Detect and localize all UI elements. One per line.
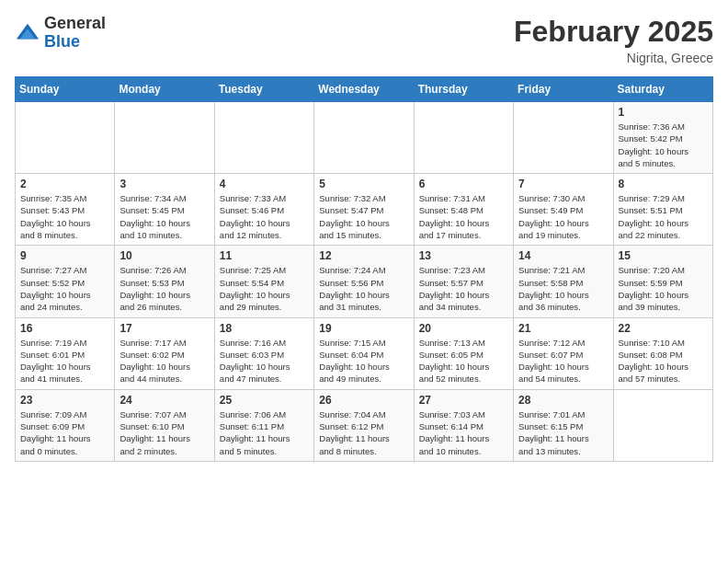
day-info: Sunrise: 7:29 AM Sunset: 5:51 PM Dayligh… — [619, 192, 708, 241]
day-number: 3 — [119, 178, 209, 190]
day-info: Sunrise: 7:19 AM Sunset: 6:01 PM Dayligh… — [20, 337, 109, 385]
day-info: Sunrise: 7:30 AM Sunset: 5:49 PM Dayligh… — [518, 192, 608, 241]
day-number: 1 — [619, 106, 708, 119]
day-number: 12 — [319, 249, 408, 262]
logo-icon — [15, 20, 40, 46]
calendar-cell: 10Sunrise: 7:26 AM Sunset: 5:53 PM Dayli… — [115, 246, 214, 317]
day-info: Sunrise: 7:12 AM Sunset: 6:07 PM Dayligh… — [518, 337, 608, 385]
day-info: Sunrise: 7:21 AM Sunset: 5:58 PM Dayligh… — [518, 264, 608, 313]
calendar-header-sunday: Sunday — [16, 77, 115, 102]
day-info: Sunrise: 7:27 AM Sunset: 5:52 PM Dayligh… — [20, 264, 109, 313]
calendar-cell: 27Sunrise: 7:03 AM Sunset: 6:14 PM Dayli… — [414, 389, 513, 461]
calendar-cell: 14Sunrise: 7:21 AM Sunset: 5:58 PM Dayli… — [514, 246, 613, 317]
calendar-week-4: 16Sunrise: 7:19 AM Sunset: 6:01 PM Dayli… — [16, 317, 713, 389]
day-number: 15 — [619, 249, 708, 262]
day-info: Sunrise: 7:36 AM Sunset: 5:42 PM Dayligh… — [619, 121, 708, 169]
calendar-cell: 20Sunrise: 7:13 AM Sunset: 6:05 PM Dayli… — [414, 317, 513, 389]
day-number: 22 — [619, 322, 708, 335]
day-info: Sunrise: 7:16 AM Sunset: 6:03 PM Dayligh… — [220, 337, 309, 385]
day-info: Sunrise: 7:35 AM Sunset: 5:43 PM Dayligh… — [20, 192, 109, 241]
month-year: February 2025 — [514, 15, 713, 49]
calendar-cell: 4Sunrise: 7:33 AM Sunset: 5:46 PM Daylig… — [214, 174, 313, 246]
calendar-cell: 16Sunrise: 7:19 AM Sunset: 6:01 PM Dayli… — [16, 317, 115, 389]
day-number: 17 — [119, 322, 209, 335]
logo-general: General — [44, 14, 106, 32]
location: Nigrita, Greece — [514, 51, 713, 65]
day-number: 7 — [518, 178, 608, 190]
day-info: Sunrise: 7:23 AM Sunset: 5:57 PM Dayligh… — [419, 264, 508, 313]
calendar-cell: 28Sunrise: 7:01 AM Sunset: 6:15 PM Dayli… — [514, 389, 613, 461]
day-number: 14 — [518, 249, 608, 262]
day-info: Sunrise: 7:25 AM Sunset: 5:54 PM Dayligh… — [220, 264, 309, 313]
day-number: 26 — [319, 394, 408, 407]
day-number: 2 — [20, 178, 109, 190]
day-info: Sunrise: 7:33 AM Sunset: 5:46 PM Dayligh… — [220, 192, 309, 241]
day-info: Sunrise: 7:13 AM Sunset: 6:05 PM Dayligh… — [419, 337, 508, 385]
day-info: Sunrise: 7:06 AM Sunset: 6:11 PM Dayligh… — [220, 408, 309, 457]
calendar-cell — [514, 102, 613, 174]
day-number: 9 — [20, 249, 109, 262]
day-info: Sunrise: 7:01 AM Sunset: 6:15 PM Dayligh… — [518, 408, 608, 457]
day-number: 11 — [220, 249, 309, 262]
day-number: 16 — [20, 322, 109, 335]
calendar: SundayMondayTuesdayWednesdayThursdayFrid… — [15, 76, 713, 462]
calendar-week-2: 2Sunrise: 7:35 AM Sunset: 5:43 PM Daylig… — [16, 174, 713, 246]
calendar-cell — [414, 102, 513, 174]
calendar-header-tuesday: Tuesday — [214, 77, 313, 102]
day-info: Sunrise: 7:31 AM Sunset: 5:48 PM Dayligh… — [419, 192, 508, 241]
logo-blue: Blue — [44, 32, 80, 51]
day-info: Sunrise: 7:09 AM Sunset: 6:09 PM Dayligh… — [20, 408, 109, 457]
calendar-cell — [613, 389, 712, 461]
day-info: Sunrise: 7:17 AM Sunset: 6:02 PM Dayligh… — [119, 337, 209, 385]
calendar-cell: 18Sunrise: 7:16 AM Sunset: 6:03 PM Dayli… — [214, 317, 313, 389]
calendar-cell — [16, 102, 115, 174]
calendar-cell: 17Sunrise: 7:17 AM Sunset: 6:02 PM Dayli… — [115, 317, 214, 389]
calendar-cell: 21Sunrise: 7:12 AM Sunset: 6:07 PM Dayli… — [514, 317, 613, 389]
day-info: Sunrise: 7:24 AM Sunset: 5:56 PM Dayligh… — [319, 264, 408, 313]
logo: General Blue — [15, 15, 106, 52]
day-info: Sunrise: 7:07 AM Sunset: 6:10 PM Dayligh… — [119, 408, 209, 457]
calendar-week-3: 9Sunrise: 7:27 AM Sunset: 5:52 PM Daylig… — [16, 246, 713, 317]
day-number: 28 — [518, 394, 608, 407]
calendar-cell: 15Sunrise: 7:20 AM Sunset: 5:59 PM Dayli… — [613, 246, 712, 317]
calendar-cell: 7Sunrise: 7:30 AM Sunset: 5:49 PM Daylig… — [514, 174, 613, 246]
day-number: 21 — [518, 322, 608, 335]
calendar-cell: 6Sunrise: 7:31 AM Sunset: 5:48 PM Daylig… — [414, 174, 513, 246]
calendar-cell — [115, 102, 214, 174]
day-number: 18 — [220, 322, 309, 335]
day-number: 6 — [419, 178, 508, 190]
calendar-cell: 5Sunrise: 7:32 AM Sunset: 5:47 PM Daylig… — [314, 174, 414, 246]
calendar-cell: 8Sunrise: 7:29 AM Sunset: 5:51 PM Daylig… — [613, 174, 712, 246]
day-number: 20 — [419, 322, 508, 335]
title-block: February 2025 Nigrita, Greece — [514, 15, 713, 65]
day-number: 19 — [319, 322, 408, 335]
calendar-cell: 3Sunrise: 7:34 AM Sunset: 5:45 PM Daylig… — [115, 174, 214, 246]
day-number: 10 — [119, 249, 209, 262]
day-info: Sunrise: 7:03 AM Sunset: 6:14 PM Dayligh… — [419, 408, 508, 457]
day-info: Sunrise: 7:26 AM Sunset: 5:53 PM Dayligh… — [119, 264, 209, 313]
calendar-header-monday: Monday — [115, 77, 214, 102]
day-info: Sunrise: 7:10 AM Sunset: 6:08 PM Dayligh… — [619, 337, 708, 385]
day-info: Sunrise: 7:04 AM Sunset: 6:12 PM Dayligh… — [319, 408, 408, 457]
calendar-cell: 9Sunrise: 7:27 AM Sunset: 5:52 PM Daylig… — [16, 246, 115, 317]
calendar-week-1: 1Sunrise: 7:36 AM Sunset: 5:42 PM Daylig… — [16, 102, 713, 174]
day-number: 8 — [619, 178, 708, 190]
day-number: 25 — [220, 394, 309, 407]
calendar-cell: 25Sunrise: 7:06 AM Sunset: 6:11 PM Dayli… — [214, 389, 313, 461]
day-info: Sunrise: 7:15 AM Sunset: 6:04 PM Dayligh… — [319, 337, 408, 385]
calendar-header-wednesday: Wednesday — [314, 77, 414, 102]
calendar-cell — [314, 102, 414, 174]
calendar-week-5: 23Sunrise: 7:09 AM Sunset: 6:09 PM Dayli… — [16, 389, 713, 461]
calendar-cell: 11Sunrise: 7:25 AM Sunset: 5:54 PM Dayli… — [214, 246, 313, 317]
day-info: Sunrise: 7:20 AM Sunset: 5:59 PM Dayligh… — [619, 264, 708, 313]
calendar-header-friday: Friday — [514, 77, 613, 102]
calendar-cell: 2Sunrise: 7:35 AM Sunset: 5:43 PM Daylig… — [16, 174, 115, 246]
logo-text: General Blue — [44, 15, 106, 52]
day-number: 23 — [20, 394, 109, 407]
day-info: Sunrise: 7:32 AM Sunset: 5:47 PM Dayligh… — [319, 192, 408, 241]
day-number: 24 — [119, 394, 209, 407]
calendar-header-saturday: Saturday — [613, 77, 712, 102]
calendar-cell: 24Sunrise: 7:07 AM Sunset: 6:10 PM Dayli… — [115, 389, 214, 461]
calendar-cell: 1Sunrise: 7:36 AM Sunset: 5:42 PM Daylig… — [613, 102, 712, 174]
calendar-header-row: SundayMondayTuesdayWednesdayThursdayFrid… — [16, 77, 713, 102]
